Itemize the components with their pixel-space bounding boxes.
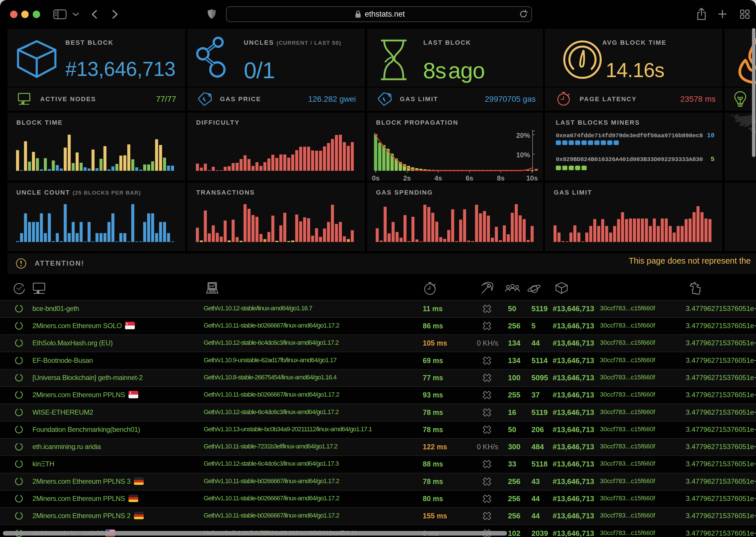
svg-text:c: c — [388, 94, 390, 97]
svg-text:c: c — [208, 94, 210, 97]
